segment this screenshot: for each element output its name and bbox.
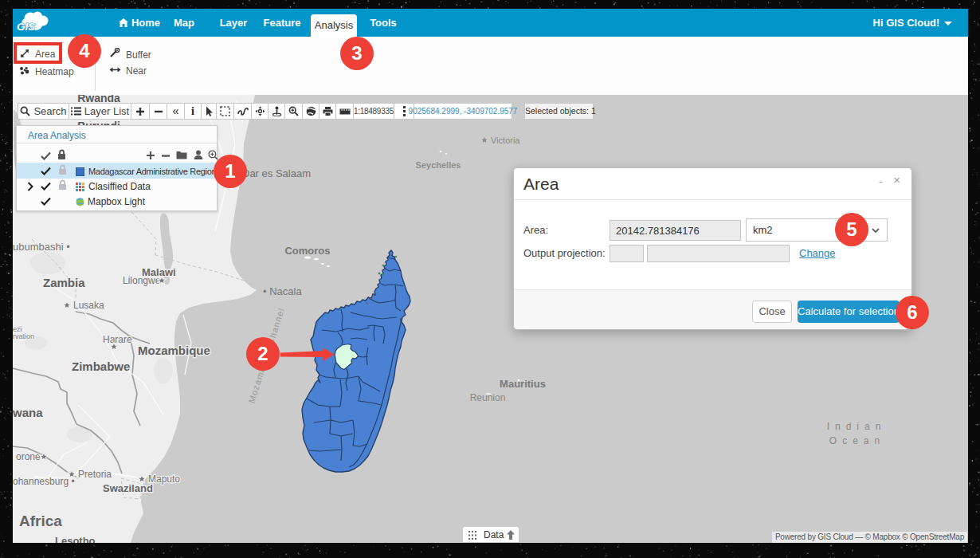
svg-text:wana: wana [13, 406, 43, 419]
svg-text:Harare: Harare [103, 334, 132, 345]
svg-text:Lesotho: Lesotho [55, 535, 96, 543]
svg-text:GIS: GIS [17, 21, 35, 33]
svg-text:Lusaka: Lusaka [73, 300, 104, 311]
svg-text:Victoria: Victoria [491, 136, 520, 145]
svg-text:Maputo: Maputo [148, 474, 180, 485]
svg-text:Zimbabwe: Zimbabwe [72, 360, 130, 373]
svg-text:ohannesburg •: ohannesburg • [13, 476, 75, 487]
svg-text:ubumbashi •: ubumbashi • [13, 241, 70, 253]
svg-text:Seychelles: Seychelles [416, 160, 461, 170]
svg-text:orone: orone [16, 451, 41, 462]
svg-text:Mozambique: Mozambique [138, 344, 210, 357]
svg-text:Indian: Indian [827, 421, 887, 432]
svg-text:Zambia: Zambia [43, 276, 85, 289]
svg-text:Pretoria: Pretoria [78, 469, 112, 480]
svg-text:Ocean: Ocean [829, 435, 885, 446]
svg-text:Lilongwe: Lilongwe [123, 275, 161, 286]
svg-text:Reunion: Reunion [470, 392, 506, 403]
svg-text:Africa: Africa [19, 513, 62, 529]
svg-text:Mauritius: Mauritius [500, 378, 546, 390]
svg-text:• Nacala: • Nacala [263, 285, 302, 297]
svg-text:Comoros: Comoros [284, 245, 330, 257]
svg-text:Swaziland: Swaziland [103, 482, 153, 494]
svg-text:Dar es Salaam: Dar es Salaam [242, 167, 311, 179]
svg-text:rvation: rvation [13, 332, 34, 340]
